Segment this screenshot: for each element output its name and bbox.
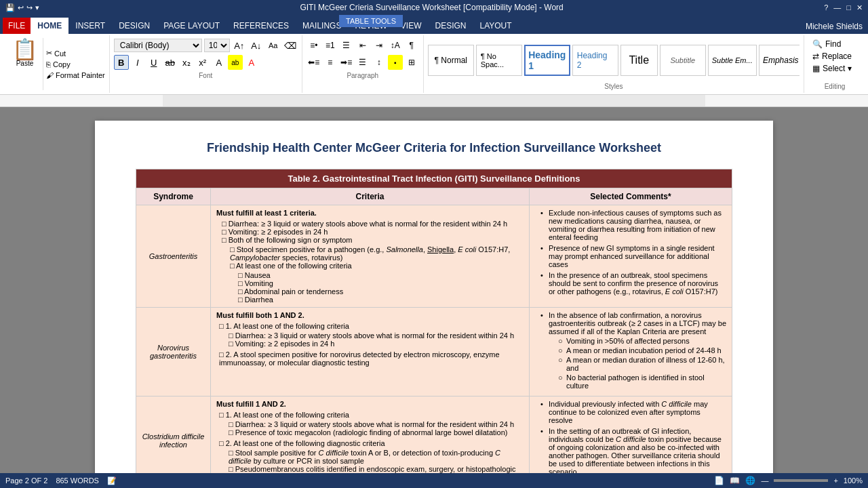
user-name: Michele Shields (800, 19, 868, 34)
document-title: Friendship Health Center McGeer Criteria… (136, 141, 732, 155)
criteria-sub-item: □ Vomiting: ≥ 2 episodes in 24 h (229, 340, 524, 348)
tab-design[interactable]: DESIGN (112, 18, 157, 34)
italic-btn[interactable]: I (130, 55, 145, 70)
paragraph-section-label: Paragraph (307, 72, 419, 79)
change-case-btn[interactable]: Aa (266, 38, 281, 53)
status-left: Page 2 OF 2 865 WORDS 📝 (5, 476, 117, 485)
undo-btn[interactable]: ↩ (18, 3, 24, 12)
criteria-cdiff: Must fulfill 1 AND 2. □ 1. At least one … (211, 396, 530, 474)
tab-table-design[interactable]: DESIGN (428, 18, 473, 34)
close-btn[interactable]: ✕ (856, 3, 863, 12)
line-spacing-btn[interactable]: ↕ (372, 55, 387, 70)
editing-section: 🔍 Find ⇄ Replace ▦ Select ▾ Editing (804, 35, 865, 93)
comment-item: • Presence of new GI symptoms in a singl… (540, 244, 726, 268)
align-center-btn[interactable]: ≡ (323, 55, 338, 70)
help-btn[interactable]: ? (824, 3, 828, 12)
paste-label: Paste (16, 60, 34, 67)
format-painter-button[interactable]: 🖌 Format Painter (46, 71, 105, 79)
table-title-row: Table 2. Gastrointestinal Tract Infectio… (136, 169, 732, 188)
borders-btn[interactable]: ⊞ (404, 55, 419, 70)
status-right: 📄 📖 🌐 — + 100% (714, 476, 863, 485)
document-page: Friendship Health Center McGeer Criteria… (95, 121, 773, 473)
align-right-btn[interactable]: ➡≡ (339, 55, 354, 70)
status-bar: Page 2 OF 2 865 WORDS 📝 📄 📖 🌐 — + 100% (0, 473, 868, 488)
tab-insert[interactable]: INSERT (68, 18, 112, 34)
zoom-out-btn[interactable]: — (761, 476, 768, 485)
style-subtle-em[interactable]: Subtle Em... (708, 45, 757, 76)
tab-file[interactable]: FILE (3, 18, 31, 34)
font-color-btn[interactable]: A (244, 55, 259, 70)
tab-layout[interactable]: LAYOUT (473, 18, 518, 34)
style-no-space[interactable]: ¶ No Spac... (476, 45, 522, 76)
text-effects-btn[interactable]: A (212, 55, 226, 70)
view-reading[interactable]: 📖 (730, 476, 740, 485)
copy-button[interactable]: ⎘ Copy (46, 60, 105, 68)
save-btn[interactable]: 💾 (5, 3, 15, 12)
show-formatting-btn[interactable]: ¶ (404, 38, 419, 53)
minimize-btn[interactable]: — (833, 3, 841, 12)
criteria-subsub-item: □ Vomiting (238, 279, 524, 287)
increase-indent-btn[interactable]: ⇥ (372, 38, 387, 53)
multilevel-btn[interactable]: ☰ (339, 38, 354, 53)
style-heading2[interactable]: Heading 2 (572, 45, 618, 76)
style-subtitle[interactable]: Subtitle (660, 45, 706, 76)
redo-btn[interactable]: ↪ (26, 3, 33, 12)
view-print[interactable]: 📄 (714, 476, 724, 485)
syndrome-cdiff: Clostridium difficile infection (136, 396, 211, 474)
syndrome-gastroenteritis: Gastroenteritis (136, 205, 211, 308)
subscript-btn[interactable]: x₂ (179, 55, 194, 70)
strikethrough-btn[interactable]: ab (163, 55, 178, 70)
shading-btn[interactable]: ▪ (388, 55, 403, 70)
zoom-in-btn[interactable]: + (833, 476, 837, 485)
superscript-btn[interactable]: x² (195, 55, 210, 70)
clear-format-btn[interactable]: ⌫ (283, 38, 298, 53)
style-subtitle-label: Subtitle (670, 56, 695, 64)
shrink-font-btn[interactable]: A↓ (249, 38, 264, 53)
criteria-item: □ Diarrhea: ≥ 3 liquid or watery stools … (222, 220, 524, 228)
para-row1: ≡• ≡1 ☰ ⇤ ⇥ ↕A ¶ (307, 38, 419, 53)
comment-sub: ○No bacterial pathogen is identified in … (558, 373, 726, 390)
sort-btn[interactable]: ↕A (388, 38, 403, 53)
maximize-btn[interactable]: □ (846, 3, 851, 12)
criteria-sub-item: □ At least one of the following criteria… (230, 262, 524, 304)
criteria-item: □ Vomiting: ≥ 2 episodes in 24 h (222, 228, 524, 236)
comment-item: • In the absence of lab confirmation, a … (540, 311, 726, 390)
bullets-btn[interactable]: ≡• (307, 38, 321, 53)
view-web[interactable]: 🌐 (745, 476, 755, 485)
criteria-subsub-item: □ Abdominal pain or tenderness (238, 287, 524, 296)
criteria-item: □ Both of the following sign or symptom … (222, 236, 524, 304)
criteria-sub-item: □ Diarrhea: ≥ 3 liquid or watery stools … (229, 420, 524, 428)
proofing-icon[interactable]: 📝 (107, 476, 117, 485)
style-h1-label: Heading 1 (528, 49, 566, 71)
paste-button[interactable]: 📋 Paste (7, 38, 43, 90)
table-tools-label: TABLE TOOLS (339, 15, 403, 27)
bold-btn[interactable]: B (114, 55, 129, 70)
paste-icon: 📋 (12, 39, 37, 60)
criteria-header-g: Must fulfill at least 1 criteria. (216, 209, 317, 217)
tab-home[interactable]: HOME (31, 18, 68, 34)
numbering-btn[interactable]: ≡1 (323, 38, 338, 53)
font-family-select[interactable]: Calibri (Body) (114, 39, 202, 52)
tab-references[interactable]: REFERENCES (226, 18, 296, 34)
grow-font-btn[interactable]: A↑ (232, 38, 247, 53)
zoom-slider[interactable] (774, 479, 828, 482)
zoom-level: 100% (844, 476, 863, 485)
decrease-indent-btn[interactable]: ⇤ (355, 38, 370, 53)
font-size-select[interactable]: 10 (204, 39, 230, 52)
text-highlight-btn[interactable]: ab (228, 55, 243, 70)
table-title: Table 2. Gastrointestinal Tract Infectio… (136, 169, 732, 188)
justify-btn[interactable]: ☰ (355, 55, 370, 70)
cut-button[interactable]: ✂ Cut (46, 49, 105, 58)
style-heading1[interactable]: Heading 1 (524, 45, 570, 76)
replace-button[interactable]: ⇄ Replace (810, 50, 860, 62)
style-normal[interactable]: ¶ Normal (428, 45, 474, 76)
style-title[interactable]: Title (620, 45, 658, 76)
select-button[interactable]: ▦ Select ▾ (810, 62, 860, 75)
align-left-btn[interactable]: ⬅≡ (307, 55, 321, 70)
comment-sub: ○Vomiting in >50% of affected persons (558, 337, 726, 345)
style-label: ¶ Normal (435, 56, 467, 65)
find-button[interactable]: 🔍 Find (810, 38, 860, 50)
underline-btn[interactable]: U (146, 55, 161, 70)
style-emphasis[interactable]: Emphasis (759, 45, 800, 76)
tab-page-layout[interactable]: PAGE LAYOUT (157, 18, 226, 34)
